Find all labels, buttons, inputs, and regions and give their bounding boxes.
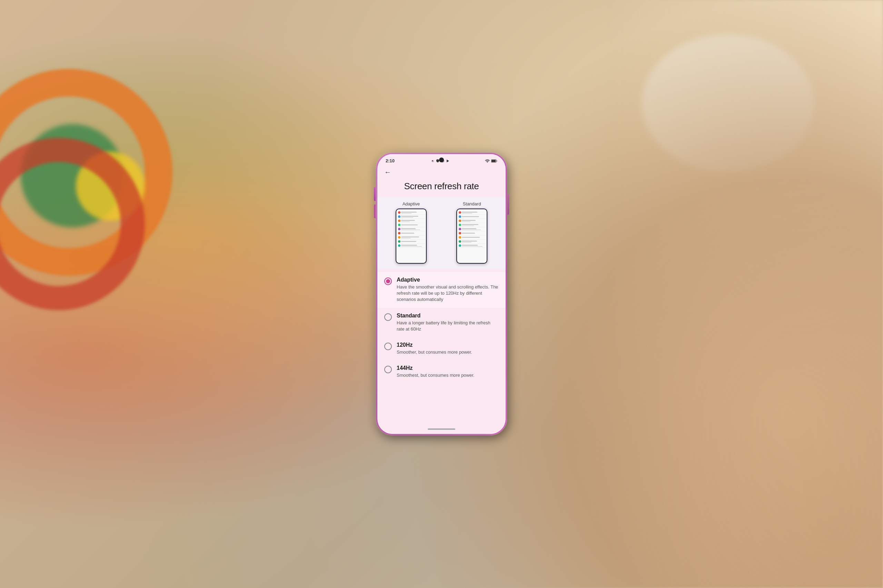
adaptive-label: Adaptive: [403, 201, 420, 207]
svg-marker-1: [447, 160, 449, 162]
status-time: 2:10: [386, 158, 394, 164]
radio-120hz: [384, 343, 392, 350]
wifi-icon: [485, 159, 490, 163]
radio-standard: [384, 313, 392, 321]
option-144hz-title: 144Hz: [397, 365, 499, 371]
radio-adaptive: [384, 278, 392, 285]
option-120hz-title: 120Hz: [397, 342, 499, 348]
standard-phone-mockup: [456, 208, 487, 264]
option-adaptive-title: Adaptive: [397, 277, 499, 283]
option-adaptive-text: Adaptive Have the smoother visual and sc…: [397, 277, 499, 303]
home-bar: [428, 428, 455, 430]
option-standard[interactable]: Standard Have a longer battery life by l…: [378, 308, 505, 337]
battery-icon: [491, 159, 497, 163]
standard-screen: [457, 209, 487, 263]
option-adaptive[interactable]: Adaptive Have the smoother visual and sc…: [378, 272, 505, 308]
option-standard-text: Standard Have a longer battery life by l…: [397, 313, 499, 332]
adaptive-screen: [396, 209, 426, 263]
home-indicator: [378, 424, 505, 434]
page-title: Screen refresh rate: [386, 181, 497, 192]
title-section: Screen refresh rate: [378, 177, 505, 197]
phone-device: 2:10: [376, 153, 507, 435]
comparison-section: Adaptive: [378, 197, 505, 269]
comparison-standard: Standard: [444, 201, 500, 264]
phone-wrapper: 2:10: [376, 153, 507, 435]
status-bar: 2:10: [378, 154, 505, 165]
radio-144hz: [384, 366, 392, 373]
svg-rect-3: [492, 160, 496, 162]
screen-content: Screen refresh rate Adaptive: [378, 177, 505, 424]
option-144hz-desc: Smoothest, but consumes more power.: [397, 372, 499, 378]
options-section: Adaptive Have the smoother visual and sc…: [378, 269, 505, 386]
option-120hz[interactable]: 120Hz Smoother, but consumes more power.: [378, 337, 505, 360]
back-arrow-row: ←: [378, 165, 505, 177]
comparison-adaptive: Adaptive: [383, 201, 439, 264]
gear-icon: [430, 159, 434, 163]
front-camera: [439, 158, 444, 162]
option-120hz-text: 120Hz Smoother, but consumes more power.: [397, 342, 499, 356]
option-standard-desc: Have a longer battery life by limiting t…: [397, 320, 499, 332]
back-button[interactable]: ←: [384, 168, 391, 176]
status-right-icons: [485, 159, 497, 163]
option-adaptive-desc: Have the smoother visual and scrolling e…: [397, 284, 499, 303]
option-144hz[interactable]: 144Hz Smoothest, but consumes more power…: [378, 360, 505, 383]
play-icon: [446, 159, 450, 163]
option-120hz-desc: Smoother, but consumes more power.: [397, 349, 499, 356]
option-144hz-text: 144Hz Smoothest, but consumes more power…: [397, 365, 499, 378]
radio-adaptive-fill: [386, 279, 390, 284]
phone-screen: 2:10: [378, 154, 505, 434]
adaptive-phone-mockup: [396, 208, 427, 264]
standard-label: Standard: [463, 201, 481, 207]
option-standard-title: Standard: [397, 313, 499, 319]
